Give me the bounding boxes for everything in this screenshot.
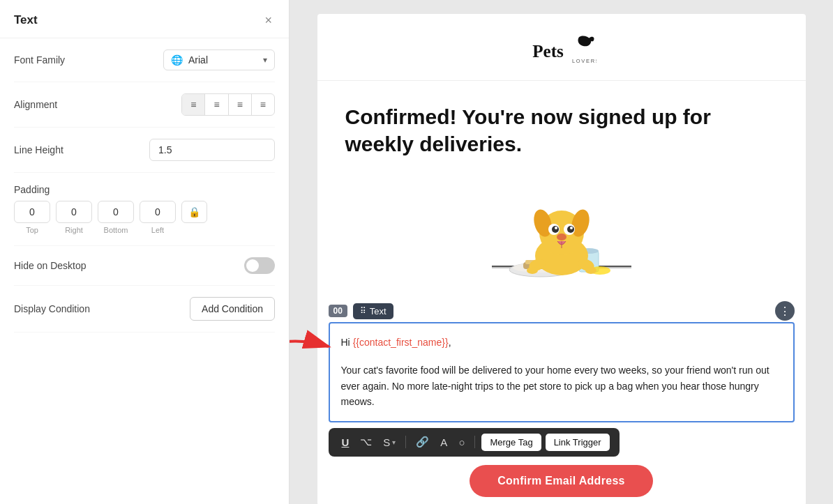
pets-logo: Pets LOVERS (527, 31, 596, 69)
arrow-overlay (290, 329, 343, 367)
panel-title: Text (14, 13, 38, 27)
font-family-row: Font Family 🌐 Arial ▾ (14, 38, 275, 82)
block-badge: 00 (329, 305, 347, 317)
align-center-button[interactable]: ≡ (205, 94, 228, 115)
format-divider-1 (405, 436, 406, 448)
padding-top-input[interactable] (14, 201, 50, 223)
svg-text:LOVERS: LOVERS (572, 58, 596, 64)
padding-bottom-label: Bottom (98, 226, 134, 234)
confirm-email-button[interactable]: Confirm Email Address (470, 465, 653, 497)
alignment-row: Alignment ≡ ≡ ≡ ≡ (14, 82, 275, 128)
text-line-2: Your cat's favorite food will be deliver… (341, 362, 782, 409)
line-height-row: Line Height (14, 128, 275, 173)
drag-icon: ⠿ (360, 306, 366, 316)
svg-point-21 (557, 234, 566, 240)
align-justify-button[interactable]: ≡ (252, 94, 274, 115)
text-block-wrapper: 00 ⠿ Text ⋮ Hi {{contact_first_name}}, Y… (329, 301, 795, 457)
padding-left-label: Left (140, 226, 176, 234)
email-image-area (317, 169, 806, 301)
hide-on-desktop-row: Hide on Desktop (14, 246, 275, 286)
globe-icon: 🌐 (171, 54, 183, 66)
svg-point-20 (570, 227, 573, 229)
padding-inputs: 🔒 (14, 201, 275, 223)
email-headline: Confirmed! You're now signed up for week… (317, 81, 806, 169)
svg-point-26 (585, 267, 596, 274)
svg-point-19 (555, 227, 557, 229)
chevron-down-icon: ▾ (263, 55, 267, 65)
panel-header: Text × (0, 0, 289, 38)
padding-label: Padding (14, 184, 50, 195)
link-trigger-button[interactable]: Link Trigger (546, 434, 610, 451)
underline-button[interactable]: U (338, 434, 353, 450)
display-condition-label: Display Condition (14, 303, 90, 314)
dog-illustration (471, 176, 652, 287)
format-divider-2 (474, 436, 475, 448)
format-toolbar: U ⌥ S▾ 🔗 A ○ Merge Tag Link Trigger (329, 428, 620, 457)
toggle-slider (244, 257, 275, 274)
padding-lock-button[interactable]: 🔒 (181, 201, 207, 223)
svg-point-25 (527, 267, 538, 274)
padding-labels: Top Right Bottom Left (14, 226, 275, 234)
link-button[interactable]: 🔗 (412, 434, 433, 450)
line-height-label: Line Height (14, 144, 63, 155)
right-panel: Pets LOVERS Confirmed! You're now signed… (290, 0, 833, 504)
arrow-icon (290, 329, 343, 364)
add-condition-button[interactable]: Add Condition (190, 297, 275, 321)
padding-top-label: Top (14, 226, 50, 234)
svg-text:Pets: Pets (532, 42, 564, 61)
align-left-button[interactable]: ≡ (182, 94, 205, 115)
merge-tag-button[interactable]: Merge Tag (481, 434, 541, 451)
align-right-button[interactable]: ≡ (229, 94, 252, 115)
email-logo-area: Pets LOVERS (317, 14, 806, 81)
more-options-button[interactable]: ⋮ (775, 301, 795, 321)
email-canvas: Pets LOVERS Confirmed! You're now signed… (317, 14, 806, 504)
text-block-label: Text (370, 306, 387, 316)
circle-button[interactable]: ○ (455, 434, 468, 450)
left-panel: Text × Font Family 🌐 Arial ▾ Alignment ≡… (0, 0, 290, 504)
hide-on-desktop-toggle[interactable] (244, 257, 275, 274)
line-height-input[interactable] (149, 139, 275, 161)
padding-right-input[interactable] (56, 201, 92, 223)
merge-tag-first-name: {{contact_first_name}} (353, 337, 449, 348)
text-block-label-button[interactable]: ⠿ Text (353, 303, 393, 319)
font-family-select[interactable]: 🌐 Arial ▾ (163, 49, 275, 70)
display-condition-row: Display Condition Add Condition (14, 286, 275, 333)
alignment-group: ≡ ≡ ≡ ≡ (181, 93, 275, 116)
font-icon-button[interactable]: ⌥ (357, 434, 375, 450)
text-block-top-toolbar: 00 ⠿ Text ⋮ (329, 301, 795, 321)
panel-body: Font Family 🌐 Arial ▾ Alignment ≡ ≡ ≡ ≡ … (0, 38, 289, 504)
text-block-content[interactable]: Hi {{contact_first_name}}, Your cat's fa… (329, 322, 795, 422)
close-button[interactable]: × (262, 13, 275, 28)
font-family-label: Font Family (14, 54, 65, 66)
padding-row: Padding 🔒 Top Right Bottom Left (14, 173, 275, 246)
hide-on-desktop-label: Hide on Desktop (14, 260, 87, 271)
text-line-1: Hi {{contact_first_name}}, (341, 335, 782, 350)
alignment-label: Alignment (14, 99, 57, 110)
strikethrough-button[interactable]: S▾ (380, 434, 399, 450)
padding-bottom-input[interactable] (98, 201, 134, 223)
highlight-button[interactable]: A (437, 434, 451, 450)
font-name-display: Arial (188, 54, 257, 66)
padding-left-input[interactable] (140, 201, 176, 223)
padding-right-label: Right (56, 226, 92, 234)
